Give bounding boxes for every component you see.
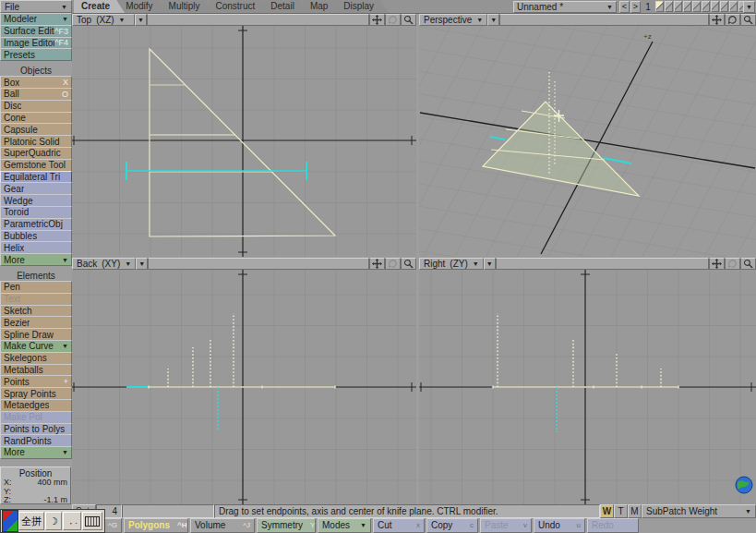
chevron-down-icon: ▼ — [360, 519, 366, 532]
sidebar-item-equilateral-tri[interactable]: Equilateral Tri — [0, 171, 72, 184]
fullwidth-toggle-icon[interactable]: ☽ — [45, 512, 62, 530]
sidebar-item-bubbles[interactable]: Bubbles — [0, 230, 72, 243]
viewport-right-style-selector[interactable]: ▼ — [484, 258, 496, 270]
viewport-right-view-selector[interactable]: Right (ZY) ▼ — [419, 258, 484, 270]
layer-box-6[interactable] — [702, 1, 710, 12]
sidebar-item-more-elements[interactable]: More▼ — [0, 446, 72, 459]
viewport-top-style-selector[interactable]: ▼ — [135, 14, 147, 26]
viewport-perspective-style-selector[interactable]: ▼ — [487, 14, 499, 26]
mode-polygons-button[interactable]: Polygons^H — [124, 518, 188, 533]
punctuation-toggle-icon[interactable]: ，. — [63, 512, 81, 530]
viewport-top-canvas[interactable] — [72, 26, 416, 257]
position-z-value: -1.1 m — [43, 496, 67, 505]
pan-icon[interactable] — [369, 258, 385, 270]
sidebar-item-ball[interactable]: BallO — [0, 88, 72, 101]
layer-box-2[interactable] — [665, 1, 673, 12]
status-bar: Set 4 Drag to set endpoints, axis and ce… — [72, 504, 756, 518]
viewport-perspective-view-selector[interactable]: Perspective ▼ — [419, 14, 487, 26]
sidebar-item-skelegons[interactable]: Skelegons — [0, 352, 72, 365]
sidebar-item-cone[interactable]: Cone — [0, 112, 72, 125]
layer-box-9[interactable] — [729, 1, 738, 12]
chevron-down-icon: ▼ — [62, 16, 68, 22]
sidebar-item-gemstone-tool[interactable]: Gemstone Tool — [0, 159, 72, 172]
layer-box-4[interactable] — [683, 1, 691, 12]
zoom-icon[interactable] — [401, 14, 416, 26]
tab-display[interactable]: Display — [336, 0, 389, 13]
rotate-icon[interactable] — [725, 14, 740, 26]
sidebar-item-presets[interactable]: Presets — [0, 48, 72, 61]
ime-logo-icon[interactable] — [2, 510, 18, 532]
vertex-map-dropdown[interactable]: SubPatch Weight ▼ — [642, 504, 756, 518]
viewport-back-canvas[interactable] — [72, 270, 416, 504]
sidebar-item-surface-editor[interactable]: Surface Editor^F3 — [0, 25, 72, 38]
sidebar-item-helix[interactable]: Helix — [0, 241, 72, 254]
sidebar-item-text: Text — [0, 293, 72, 306]
pan-icon[interactable] — [709, 258, 725, 270]
sidebar-item-points-to-polys[interactable]: Points to Polys — [0, 423, 72, 436]
tab-create[interactable]: Create — [74, 0, 125, 13]
perspective-axis-label: +z — [643, 32, 652, 41]
layer-box-1[interactable] — [655, 1, 664, 12]
sidebar-item-wedge[interactable]: Wedge — [0, 194, 72, 207]
viewport-right-canvas[interactable] — [419, 270, 756, 504]
sidebar-item-metaedges[interactable]: Metaedges — [0, 399, 72, 412]
zoom-icon[interactable] — [740, 14, 756, 26]
zoom-icon[interactable] — [740, 258, 756, 270]
sidebar-item-metaballs[interactable]: Metaballs — [0, 364, 72, 377]
undo-button[interactable]: Undou — [534, 518, 585, 533]
ime-mode-button[interactable]: 全拼 — [18, 512, 44, 530]
viewport-top-view-selector[interactable]: Top (XZ) ▼ — [72, 14, 135, 26]
next-object-button[interactable]: > — [630, 1, 641, 13]
viewport-back-style-selector[interactable]: ▼ — [136, 258, 148, 270]
sidebar-item-pen[interactable]: Pen — [0, 281, 72, 294]
mode-volume-button[interactable]: Volume^J — [190, 518, 255, 533]
chevron-down-icon: ▼ — [125, 260, 131, 267]
sidebar-item-more-objects[interactable]: More▼ — [0, 253, 72, 266]
vmap-morph-button[interactable]: M — [628, 504, 642, 518]
file-menu-button[interactable]: File ▼ — [0, 0, 72, 13]
ime-toolbar: 全拼 ☽ ，. — [0, 509, 105, 533]
zoom-icon[interactable] — [401, 258, 416, 270]
sidebar-item-box[interactable]: BoxX — [0, 76, 72, 89]
sidebar-item-spline-draw[interactable]: Spline Draw — [0, 328, 72, 341]
layer-menu-button[interactable]: ▼ — [743, 1, 755, 13]
object-selector-dropdown[interactable]: Unnamed * ▼ — [513, 1, 617, 13]
tab-detail[interactable]: Detail — [263, 0, 309, 13]
layer-box-3[interactable] — [674, 1, 682, 12]
layer-box-8[interactable] — [720, 1, 728, 12]
viewport-back-view-selector[interactable]: Back (XY) ▼ — [72, 258, 136, 270]
pan-icon[interactable] — [709, 14, 725, 26]
sidebar-item-points[interactable]: Points+ — [0, 375, 72, 388]
sidebar-item-disc[interactable]: Disc — [0, 100, 72, 113]
viewport-perspective-canvas[interactable]: +z — [419, 26, 756, 257]
sidebar-item-capsule[interactable]: Capsule — [0, 123, 72, 136]
tab-modify[interactable]: Modify — [118, 0, 167, 13]
rotate-icon — [385, 14, 401, 26]
tab-multiply[interactable]: Multiply — [162, 0, 215, 13]
vmap-weight-button[interactable]: W — [600, 504, 614, 518]
sidebar-item-bezier[interactable]: Bezier — [0, 316, 72, 329]
sidebar-item-image-editor[interactable]: Image Editor^F4 — [0, 37, 72, 50]
sidebar-item-make-curve[interactable]: Make Curve▼ — [0, 340, 72, 353]
pan-icon[interactable] — [369, 14, 385, 26]
numeric-field[interactable] — [122, 504, 214, 518]
soft-keyboard-icon[interactable] — [82, 512, 102, 530]
sidebar-item-toroid[interactable]: Toroid — [0, 206, 72, 219]
sidebar-item-spray-points[interactable]: Spray Points — [0, 387, 72, 400]
sidebar-item-gear[interactable]: Gear — [0, 182, 72, 195]
cut-button[interactable]: Cutx — [373, 518, 425, 533]
prev-object-button[interactable]: < — [619, 1, 630, 13]
sidebar-item-modeler[interactable]: Modeler▼ — [0, 13, 72, 26]
modes-menu-button[interactable]: Modes▼ — [318, 518, 371, 533]
layer-box-7[interactable] — [711, 1, 719, 12]
layer-box-5[interactable] — [692, 1, 701, 12]
symmetry-button[interactable]: SymmetryY — [257, 518, 316, 533]
copy-button[interactable]: Copyc — [426, 518, 478, 533]
tab-construct[interactable]: Construct — [209, 0, 270, 13]
sidebar-item-sketch[interactable]: Sketch — [0, 305, 72, 318]
sidebar-item-superquadric[interactable]: SuperQuadric — [0, 147, 72, 160]
sidebar-item-platonic-solid[interactable]: Platonic Solid — [0, 135, 72, 148]
sidebar-item-parametricobj[interactable]: ParametricObj — [0, 218, 72, 231]
sidebar-item-randpoints[interactable]: RandPoints — [0, 434, 72, 447]
vmap-texture-button[interactable]: T — [614, 504, 628, 518]
